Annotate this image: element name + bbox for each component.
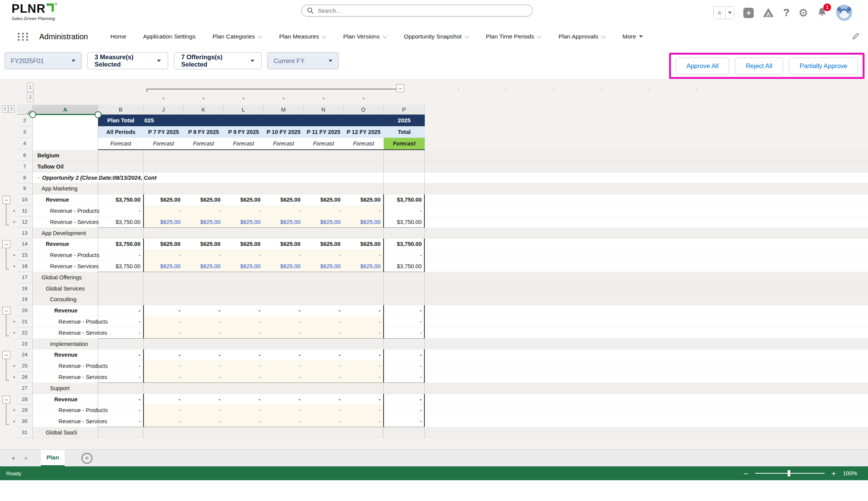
cell-value-p[interactable]: $3,750.00 [384,239,425,250]
row-outline-level-2[interactable]: 2 [8,105,15,113]
cell-forecast-label[interactable]: Forecast [264,138,304,149]
cell-value-p[interactable]: - [384,250,425,261]
column-header-O[interactable]: O [344,105,384,115]
cell-value-month[interactable]: - [304,327,344,339]
row-header-26[interactable]: 26 [17,372,33,383]
row-header-27[interactable]: 27 [17,383,33,394]
row-header-31[interactable]: 31 [17,427,33,438]
cell-period-label[interactable]: P 11 FY 2025 [304,126,344,138]
selection-handle[interactable] [29,111,36,118]
row-label[interactable]: App Marketing [33,183,425,194]
cell-value-month[interactable]: - [344,372,384,383]
cell-value-month[interactable]: - [344,349,384,361]
cell-value-month[interactable]: - [264,205,304,217]
cell-value-month[interactable]: - [224,316,264,327]
cell-value-month[interactable]: - [264,372,304,383]
cell-value-month[interactable]: - [224,349,264,361]
cell-value-month[interactable]: $625.00 [344,239,384,250]
sheet-nav-right-icon[interactable] [25,456,28,460]
cell-p2[interactable]: 2025 [384,115,425,126]
cell-value-p[interactable]: $3,750.00 [384,194,425,205]
cell-value-month[interactable]: - [144,305,184,316]
cell-value-month[interactable]: - [344,316,384,327]
cell-value-month[interactable]: - [304,205,344,217]
nav-item-opportunity-snapshot[interactable]: Opportunity Snapshot [404,33,469,40]
edit-pencil-icon[interactable] [852,32,860,40]
row-label[interactable]: Tullow Oil [33,161,425,172]
row-header-30[interactable]: 30 [17,416,33,427]
zoom-slider-thumb[interactable] [788,470,790,476]
column-header-J[interactable]: J [144,105,184,115]
row-header-7[interactable]: 7 [17,161,33,172]
cell-value-p[interactable]: - [384,349,425,361]
search-input[interactable] [317,7,519,14]
cell-value-b[interactable]: - [98,394,144,405]
nav-item-more[interactable]: More [623,33,643,40]
cell-value-month[interactable]: - [224,327,264,339]
cell-value-month[interactable]: - [184,327,224,339]
avatar[interactable] [836,5,852,21]
zoom-in-button[interactable]: + [831,469,836,478]
zoom-out-button[interactable]: − [743,469,748,478]
row-header-12[interactable]: 12 [17,217,33,228]
cell-value-month[interactable]: $625.00 [304,239,344,250]
cell-value-month[interactable]: - [304,394,344,405]
column-header-A[interactable]: A [33,105,98,115]
cell-value-month[interactable]: - [144,316,184,327]
cell-value-b[interactable]: - [98,205,144,217]
cell-value-month[interactable]: - [224,305,264,316]
cell-value-month[interactable]: - [344,205,384,217]
cell-value-month[interactable]: $625.00 [264,261,304,272]
cell-value-b[interactable]: - [98,327,144,339]
approve-all-button[interactable]: Approve All [676,57,729,74]
cell-value-p[interactable]: - [384,416,425,427]
zoom-slider[interactable] [755,473,825,474]
nav-item-plan-time-periods[interactable]: Plan Time Periods [486,33,542,40]
cell-value-p[interactable]: - [384,372,425,383]
column-outline-level-1[interactable]: 1 [27,83,33,92]
cell-value-month[interactable]: - [144,361,184,372]
cell-value-b[interactable]: $3,750.00 [98,194,144,205]
cell-value-month[interactable]: - [144,205,184,217]
cell-value-p[interactable]: - [384,327,425,339]
cell-value-p[interactable]: - [384,361,425,372]
cell-value-month[interactable]: - [184,361,224,372]
column-header-L[interactable]: L [224,105,264,115]
cell-value-month[interactable]: - [184,316,224,327]
cell-value-month[interactable]: $625.00 [264,239,304,250]
add-sheet-button[interactable]: + [82,453,92,464]
cell-value-month[interactable]: - [344,361,384,372]
cell-value-month[interactable]: - [304,349,344,361]
cell-value-b[interactable]: $3,750.00 [98,261,144,272]
cell-value-month[interactable]: $625.00 [304,217,344,228]
nav-item-application-settings[interactable]: Application Settings [143,33,195,40]
cell-value-month[interactable]: - [344,394,384,405]
cell-value-month[interactable]: - [184,394,224,405]
cell-value-month[interactable]: - [224,205,264,217]
cell-value-month[interactable]: $625.00 [144,217,184,228]
cell-value-month[interactable]: - [304,305,344,316]
cell-value-month[interactable]: - [264,250,304,261]
cell-value-month[interactable]: - [304,416,344,427]
cell-forecast-label[interactable]: Forecast [344,138,384,149]
row-header-25[interactable]: 25 [17,361,33,372]
filter-7-offerings-s-selected[interactable]: 7 Offerings(s) Selected [174,52,262,69]
cell-value-month[interactable]: - [344,416,384,427]
row-header-20[interactable]: 20 [17,305,33,316]
cell-value-month[interactable]: - [264,305,304,316]
cell-value-b[interactable]: - [98,361,144,372]
nav-item-home[interactable]: Home [110,33,126,40]
cell-value-month[interactable]: - [184,416,224,427]
cell-value-month[interactable]: - [264,394,304,405]
cell-value-month[interactable]: $625.00 [224,261,264,272]
favorites-dropdown-button[interactable] [725,7,734,19]
cell-value-month[interactable]: - [224,372,264,383]
cell-value-month[interactable]: - [184,205,224,217]
row-header-24[interactable]: 24 [17,349,33,361]
cell-forecast-label[interactable]: Forecast [224,138,264,149]
cell-value-b[interactable]: - [98,405,144,416]
column-header-K[interactable]: K [184,105,224,115]
cell-value-month[interactable]: - [304,372,344,383]
row-label[interactable]: ●Opportunity 2 (Close Date:08/13/2024, C… [33,172,205,184]
cell-value-month[interactable]: - [144,349,184,361]
